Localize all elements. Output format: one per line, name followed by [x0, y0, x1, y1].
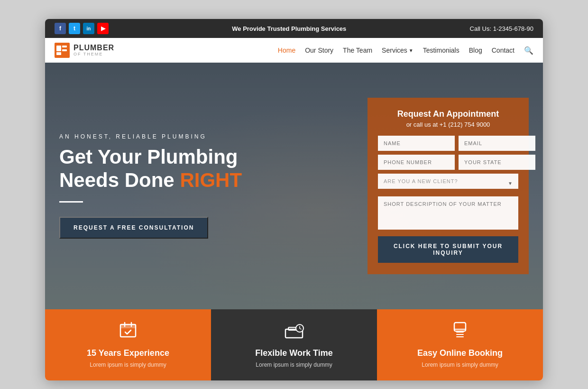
experience-icon: [119, 321, 138, 343]
flexible-icon: [284, 321, 304, 343]
email-input[interactable]: [459, 136, 535, 151]
svg-rect-1: [56, 46, 61, 51]
logo[interactable]: PLUMBER OF THEME: [55, 43, 114, 58]
appointment-title: Request An Appointment: [378, 109, 518, 119]
hero-divider: [59, 201, 83, 203]
appointment-subtitle: or call us at +1 (212) 754 9000: [378, 121, 518, 128]
phone-input[interactable]: [378, 155, 455, 170]
client-select-wrapper: ARE YOU A NEW CLIENT? YES NO: [378, 174, 518, 193]
consultation-button[interactable]: REQUEST A FREE CONSULTATION: [59, 217, 208, 239]
social-icons: f t in ▶: [55, 23, 109, 34]
nav-our-story[interactable]: Our Story: [305, 46, 333, 54]
youtube-icon[interactable]: ▶: [97, 23, 109, 34]
feature-card-experience: 15 Years Experience Lorem ipsum is simpl…: [45, 309, 211, 380]
name-input[interactable]: [378, 136, 455, 151]
hero-title-line2: Needs Done: [59, 169, 180, 191]
feature-desc-flexible: Lorem ipsum is simply dummy: [256, 361, 332, 369]
description-textarea[interactable]: [378, 196, 518, 230]
nav-contact[interactable]: Contact: [492, 46, 514, 54]
nav-blog[interactable]: Blog: [469, 46, 482, 54]
hero-title: Get Your Plumbing Needs Done RIGHT: [59, 146, 358, 192]
svg-rect-6: [120, 324, 136, 328]
topbar-tagline: We Provide Trusted Plumbing Services: [232, 25, 346, 32]
svg-rect-4: [62, 49, 67, 51]
twitter-icon[interactable]: t: [69, 23, 80, 34]
svg-rect-3: [62, 46, 67, 47]
logo-name: PLUMBER: [74, 44, 114, 52]
form-row-phone-state: [378, 155, 518, 170]
navbar: PLUMBER OF THEME Home Our Story The Team…: [45, 38, 543, 63]
nav-testimonials[interactable]: Testimonials: [423, 46, 459, 54]
feature-card-booking: Easy Online Booking Lorem ipsum is simpl…: [377, 309, 543, 380]
hero-left: An Honest, Reliable Plumbing Get Your Pl…: [59, 133, 368, 239]
hero-title-accent: RIGHT: [180, 169, 242, 191]
state-input[interactable]: [459, 155, 535, 170]
feature-title-experience: 15 Years Experience: [87, 348, 169, 358]
nav-team[interactable]: The Team: [343, 46, 372, 54]
submit-button[interactable]: CLICK HERE TO SUBMIT YOUR INQUIRY: [378, 236, 518, 263]
search-icon[interactable]: 🔍: [524, 46, 533, 55]
form-row-name-email: [378, 136, 518, 151]
hero-subtitle: An Honest, Reliable Plumbing: [59, 133, 358, 140]
hero-content: An Honest, Reliable Plumbing Get Your Pl…: [45, 63, 543, 309]
top-bar: f t in ▶ We Provide Trusted Plumbing Ser…: [45, 19, 543, 38]
nav-services[interactable]: Services ▼: [382, 46, 413, 54]
logo-text: PLUMBER OF THEME: [74, 44, 114, 56]
feature-desc-experience: Lorem ipsum is simply dummy: [90, 361, 166, 369]
logo-icon: [55, 43, 70, 58]
client-select[interactable]: ARE YOU A NEW CLIENT? YES NO: [378, 174, 518, 189]
appointment-form: Request An Appointment or call us at +1 …: [368, 98, 529, 274]
feature-card-flexible: Flexible Work Time Lorem ipsum is simply…: [211, 309, 377, 380]
feature-title-flexible: Flexible Work Time: [255, 348, 332, 358]
features-section: 15 Years Experience Lorem ipsum is simpl…: [45, 309, 543, 380]
nav-home[interactable]: Home: [278, 46, 295, 54]
booking-icon: [450, 321, 469, 343]
hero-section: An Honest, Reliable Plumbing Get Your Pl…: [45, 63, 543, 309]
nav-links: Home Our Story The Team Services ▼ Testi…: [129, 46, 533, 55]
svg-rect-14: [454, 323, 466, 331]
svg-rect-2: [56, 52, 61, 55]
browser-window: f t in ▶ We Provide Trusted Plumbing Ser…: [45, 19, 543, 380]
feature-title-booking: Easy Online Booking: [417, 348, 503, 358]
feature-desc-booking: Lorem ipsum is simply dummy: [422, 361, 498, 369]
facebook-icon[interactable]: f: [55, 23, 66, 34]
dropdown-arrow-icon: ▼: [409, 48, 413, 53]
hero-title-line1: Get Your Plumbing: [59, 146, 238, 168]
logo-subtext: OF THEME: [74, 52, 114, 57]
linkedin-icon[interactable]: in: [83, 23, 94, 34]
topbar-phone: Call Us: 1-2345-678-90: [470, 25, 533, 32]
